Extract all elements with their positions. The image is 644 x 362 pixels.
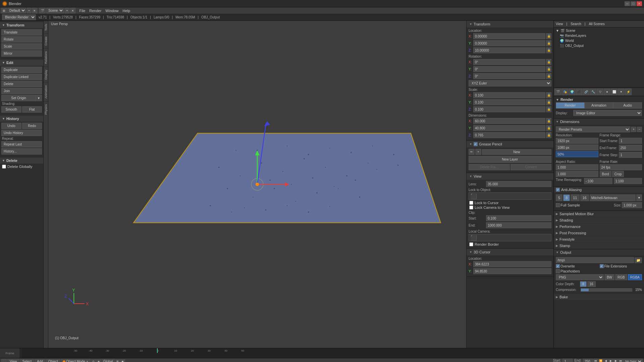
props-tab-scene[interactable]: 🎭	[561, 88, 568, 95]
select-btn[interactable]: Select	[20, 359, 34, 362]
size-field[interactable]: 1.000 px	[622, 202, 642, 208]
viewport-icon-btn[interactable]: 🎥	[1, 359, 7, 362]
post-processing-row[interactable]: ▶ Post Processing	[554, 230, 644, 236]
aa-btn-5[interactable]: 5	[556, 194, 562, 201]
local-camera-field[interactable]: ⬛	[469, 234, 551, 241]
viewport-ctrl-2[interactable]: ◈	[96, 359, 101, 362]
outliner-item-scene[interactable]: ▼ 🎬 Scene	[554, 28, 643, 33]
props-tab-modifiers[interactable]: 🔧	[590, 88, 596, 95]
cursor-y-field[interactable]: 94.8530	[473, 268, 551, 274]
maximize-button[interactable]: □	[631, 1, 636, 6]
side-tab-tools[interactable]: Tools	[44, 21, 48, 34]
overwrite-checkbox[interactable]: ✓	[556, 264, 560, 268]
minimize-button[interactable]: ─	[625, 1, 630, 6]
loc-z-lock[interactable]: 🔒	[546, 47, 551, 53]
smooth-button[interactable]: Smooth	[1, 106, 21, 113]
view-header[interactable]: ▼ View	[467, 173, 553, 180]
aa-btn-11[interactable]: 11	[571, 194, 579, 201]
translate-button[interactable]: Translate	[1, 29, 42, 36]
set-origin-dropdown[interactable]: ▼	[36, 95, 42, 101]
play-jump-start[interactable]: ⏮	[593, 359, 598, 362]
dim-z-lock[interactable]: 🔒	[546, 132, 551, 138]
props-tab-particles[interactable]: ✦	[618, 88, 625, 95]
loc-y-lock[interactable]: 🔒	[546, 40, 551, 46]
frame-rate-field[interactable]: 24 fps	[600, 164, 642, 170]
add-layout-button[interactable]: +	[27, 8, 31, 13]
end-frame-bottom[interactable]: 250	[583, 359, 593, 362]
rgba-btn[interactable]: RGBA	[628, 274, 642, 280]
outliner-item-renderlayers[interactable]: 📷 RenderLayers	[554, 33, 643, 38]
play-back[interactable]: ⏪	[598, 359, 603, 362]
scale-x-field[interactable]: 0.100	[473, 92, 545, 98]
scale-z-field[interactable]: 0.100	[473, 106, 545, 112]
lock-object-field[interactable]: ⬛	[469, 192, 551, 200]
side-tab-create[interactable]: Create	[44, 34, 48, 48]
rot-y-field[interactable]: 0°	[473, 66, 545, 72]
add-scene-button[interactable]: +	[65, 8, 69, 13]
set-origin-button[interactable]: Set Origin	[1, 95, 36, 101]
gp-add-btn[interactable]: +	[475, 149, 481, 155]
scale-y-lock[interactable]: 🔒	[546, 99, 551, 105]
add-btn[interactable]: Add	[35, 359, 45, 362]
end-frame-field[interactable]: 250	[619, 145, 642, 151]
menu-window[interactable]: Window	[103, 8, 120, 13]
lens-field[interactable]: 35.000	[486, 181, 551, 187]
side-tab-physics[interactable]: Physics	[44, 101, 48, 117]
file-ext-checkbox[interactable]: ✓	[600, 264, 604, 268]
frame-step-field[interactable]: 1	[619, 152, 642, 158]
format-select[interactable]: PNG	[556, 274, 604, 280]
dim-y-lock[interactable]: 🔒	[546, 125, 551, 131]
scale-x-lock[interactable]: 🔒	[546, 92, 551, 98]
props-tab-data[interactable]: ▽	[597, 88, 603, 95]
cd-16-btn[interactable]: 16	[587, 281, 596, 287]
dim-z-field[interactable]: 0.765	[473, 132, 545, 138]
cd-8-btn[interactable]: 8	[580, 281, 587, 287]
euler-select[interactable]: XYZ Euler	[469, 80, 551, 86]
bord-btn[interactable]: Bord	[600, 171, 611, 177]
outliner-item-obj-output[interactable]: ⬛ OBJ_Output	[554, 43, 643, 48]
history-btn[interactable]: History...	[1, 148, 42, 155]
crop-btn[interactable]: Crop	[612, 171, 624, 177]
full-sample-checkbox[interactable]	[556, 203, 560, 207]
res-y-field[interactable]: 1080 px	[556, 144, 598, 150]
menu-file[interactable]: File	[77, 8, 88, 13]
render-presets-select[interactable]: Render Presets	[556, 126, 630, 132]
render-tab-animation[interactable]: Animation	[585, 102, 613, 109]
lock-camera-checkbox[interactable]	[469, 205, 473, 209]
props-tab-render[interactable]: 🎬	[554, 88, 561, 95]
view-btn[interactable]: View	[7, 359, 19, 362]
output-path-input[interactable]	[556, 257, 634, 263]
aa-checkbox[interactable]: ✓	[556, 188, 560, 192]
new-layer-btn[interactable]: New Layer	[469, 156, 551, 163]
output-path-browse[interactable]: 📁	[635, 257, 642, 263]
outliner-search-tab[interactable]: Search	[571, 22, 581, 26]
viewport-3d[interactable]: User Persp	[48, 21, 466, 348]
rot-x-field[interactable]: 0°	[473, 59, 545, 65]
output-header[interactable]: ▼ Output	[554, 249, 644, 255]
history-header[interactable]: ▼ History	[0, 116, 43, 122]
delete-header[interactable]: ▼ Delete	[0, 158, 43, 164]
play-jump-end[interactable]: ⏭	[619, 359, 623, 362]
delete-frame-btn[interactable]: Delete Fra...	[469, 164, 510, 170]
rot-z-lock[interactable]: 🔒	[546, 73, 551, 79]
side-tab-animation[interactable]: Animation	[44, 82, 48, 101]
duplicate-linked-button[interactable]: Duplicate Linked	[1, 74, 42, 80]
asp-y-field[interactable]: 1.000	[556, 171, 598, 177]
viewport-ctrl-1[interactable]: ⊙	[91, 359, 96, 362]
clip-start-field[interactable]: 0.100	[486, 215, 551, 221]
start-frame-bottom[interactable]: 1	[562, 359, 573, 362]
remove-scene-button[interactable]: ✕	[70, 8, 75, 13]
duplicate-button[interactable]: Duplicate	[1, 67, 42, 73]
delete-button[interactable]: Delete	[1, 81, 42, 87]
redo-button[interactable]: Redo	[22, 123, 42, 129]
bake-row[interactable]: ▶ Bake	[554, 294, 644, 300]
close-button[interactable]: ✕	[637, 1, 642, 6]
global-btn[interactable]: Global	[102, 359, 115, 362]
cursor-x-field[interactable]: 384.6223	[473, 261, 551, 267]
layout-select[interactable]: Default	[7, 8, 26, 13]
props-tab-world[interactable]: 🌍	[569, 88, 575, 95]
dimensions-header[interactable]: ▼ Dimensions	[554, 119, 644, 125]
asp-x-field[interactable]: 1.000	[556, 164, 598, 170]
gp-checkbox[interactable]: ✓	[474, 142, 478, 146]
scale-z-lock[interactable]: 🔒	[546, 106, 551, 112]
